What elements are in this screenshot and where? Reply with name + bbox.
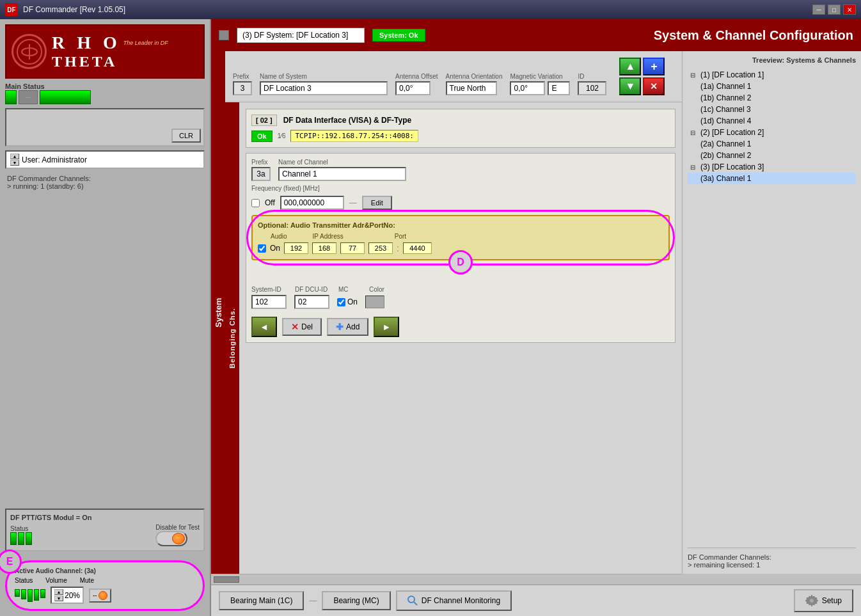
ip1-input[interactable] <box>284 242 308 254</box>
tree-item-0[interactable]: ⊟ (1) [DF Location 1] <box>688 69 856 81</box>
tree-item-3[interactable]: ⊟ (3) [DF Location 3] <box>688 161 856 173</box>
close-button[interactable]: ✕ <box>843 4 856 15</box>
prefix-field-group: Prefix 3 <box>233 73 252 95</box>
ip3-input[interactable] <box>340 242 365 254</box>
audio-volume-control[interactable]: ▲ ▼ 20% <box>51 587 84 604</box>
move-up-button[interactable]: ▲ <box>619 58 641 75</box>
audio-status-val-label: Status <box>15 577 33 584</box>
df-monitoring-label: DF Channel Monitoring <box>422 596 500 605</box>
antenna-orientation-input[interactable] <box>446 81 497 95</box>
app-title: DF Commander [Rev 1.05.05] <box>23 5 125 14</box>
system-config-row: Prefix 3 Name of System Antenna Offset <box>225 51 682 102</box>
df-fraction: 1⁄6 <box>278 132 286 139</box>
volume-spin-down[interactable]: ▼ <box>54 596 63 601</box>
svg-line-3 <box>414 602 417 605</box>
df-monitoring-button[interactable]: DF Channel Monitoring <box>396 590 512 611</box>
logo-tagline: The Leader in DF <box>123 40 168 46</box>
channel-name-label: Name of Channel <box>278 159 406 166</box>
bottom-ids-section: System-ID DF DCU-ID MC Color <box>251 286 670 309</box>
del-label: Del <box>301 322 313 331</box>
mc-label: MC <box>338 286 364 293</box>
treeview-title: Treeview: Systems & Channels <box>688 56 856 64</box>
belonging-tab[interactable]: Belonging Chs. <box>225 102 239 574</box>
bearing-main-button[interactable]: Bearing Main (1C) <box>219 591 304 610</box>
channel-prefix-label: Prefix <box>251 159 271 166</box>
off-checkbox[interactable] <box>251 199 260 207</box>
name-input[interactable] <box>260 81 388 95</box>
user-spin-down[interactable]: ▼ <box>10 160 19 166</box>
scroll-thumb[interactable] <box>214 576 239 583</box>
main-status-section: Main Status --- <box>5 83 205 104</box>
df-ok-badge: Ok <box>251 130 273 142</box>
system-id-input[interactable] <box>251 295 287 309</box>
freq-value-input[interactable] <box>280 196 344 210</box>
minimize-button[interactable]: ─ <box>812 4 825 15</box>
user-spin-up[interactable]: ▲ <box>10 154 19 159</box>
channel-prefix-group: Prefix 3a <box>251 159 271 181</box>
delete-system-button[interactable]: ✕ <box>643 77 665 95</box>
edit-button[interactable]: Edit <box>362 196 392 210</box>
ip4-input[interactable] <box>368 242 393 254</box>
active-audio-label: Active Audio Channel: (3a) <box>15 567 195 574</box>
h-scrollbar[interactable] <box>211 574 682 584</box>
tree-item-2b[interactable]: (2b) Channel 2 <box>688 150 856 161</box>
mute-button[interactable]: -- <box>89 588 111 603</box>
search-icon <box>407 596 418 606</box>
clr-box: CLR <box>5 108 205 146</box>
back-button[interactable]: ◄ <box>251 317 277 337</box>
tree-item-1a[interactable]: (1a) Channel 1 <box>688 81 856 92</box>
tree-item-1c[interactable]: (1c) Channel 3 <box>688 104 856 115</box>
tree-item-3a[interactable]: (3a) Channel 1 <box>688 173 856 184</box>
move-down-button[interactable]: ▼ <box>619 77 641 95</box>
setup-button[interactable]: Setup <box>794 589 853 612</box>
system-dropdown[interactable]: (3) DF System: [DF Location 3] <box>237 28 365 43</box>
audio-status-bars <box>15 589 45 602</box>
name-label: Name of System <box>260 73 388 80</box>
main-status-label: Main Status <box>5 83 205 90</box>
dcu-id-input[interactable] <box>294 295 329 309</box>
id-values-row: On <box>251 295 670 309</box>
tree-item-2a[interactable]: (2a) Channel 1 <box>688 138 856 150</box>
antenna-offset-input[interactable] <box>395 81 430 95</box>
prefix-value[interactable]: 3 <box>233 81 252 95</box>
port-input[interactable] <box>403 242 432 254</box>
delete-button[interactable]: ✕ Del <box>282 318 322 336</box>
svg-point-2 <box>408 596 415 603</box>
magnetic-e-input[interactable] <box>548 81 570 95</box>
antenna-orientation-group: Antenna Orientation <box>446 73 503 95</box>
system-tab[interactable]: System <box>211 51 225 574</box>
ip2-input[interactable] <box>312 242 336 254</box>
mc-on-checkbox[interactable] <box>337 298 345 306</box>
right-panel: Treeview: Systems & Channels ⊟ (1) [DF L… <box>682 51 861 574</box>
tree-item-1b[interactable]: (1b) Channel 2 <box>688 92 856 104</box>
tree-item-1d[interactable]: (1d) Channel 4 <box>688 115 856 127</box>
config-area: [ 02 ] DF Data Interface (VISA) & DF-Typ… <box>239 102 682 574</box>
audio-on-checkbox[interactable] <box>258 244 266 253</box>
add-button[interactable]: ✚ Add <box>327 318 368 336</box>
off-label: Off <box>265 198 275 207</box>
ip-header: IP Address <box>300 233 344 240</box>
channel-prefix-value[interactable]: 3a <box>251 167 271 181</box>
channel-name-input[interactable] <box>278 167 406 181</box>
add-system-button[interactable]: + <box>643 58 665 75</box>
ptt-title: DF PTT/GTS Modul = On <box>10 514 200 521</box>
setup-label: Setup <box>822 596 842 605</box>
forward-button[interactable]: ► <box>374 317 399 337</box>
bearing-mc-button[interactable]: Bearing (MC) <box>322 591 390 610</box>
system-expand-icon[interactable] <box>219 30 229 40</box>
user-selector[interactable]: ▲ ▼ User: Administrator <box>5 150 205 169</box>
magnetic-variation-input[interactable] <box>510 81 545 95</box>
volume-spin-up[interactable]: ▲ <box>54 589 63 595</box>
ptt-green-bars <box>10 532 32 545</box>
df-channels-detail: > remaining licensed: 1 <box>688 561 856 569</box>
df-channels-label: DF Commander Channels: <box>688 553 856 561</box>
maximize-button[interactable]: □ <box>828 4 841 15</box>
ptt-disable-label: Disable for Test <box>155 524 200 531</box>
id-value: 102 <box>578 81 606 95</box>
tree-item-2[interactable]: ⊟ (2) [DF Location 2] <box>688 127 856 138</box>
audio-header-label: Audio <box>271 233 287 240</box>
mc-checkbox[interactable]: On <box>337 297 358 306</box>
df-address[interactable]: TCPIP::192.168.77.254::4008: <box>290 130 418 142</box>
ptt-toggle[interactable] <box>155 531 187 546</box>
clr-button[interactable]: CLR <box>171 129 201 143</box>
